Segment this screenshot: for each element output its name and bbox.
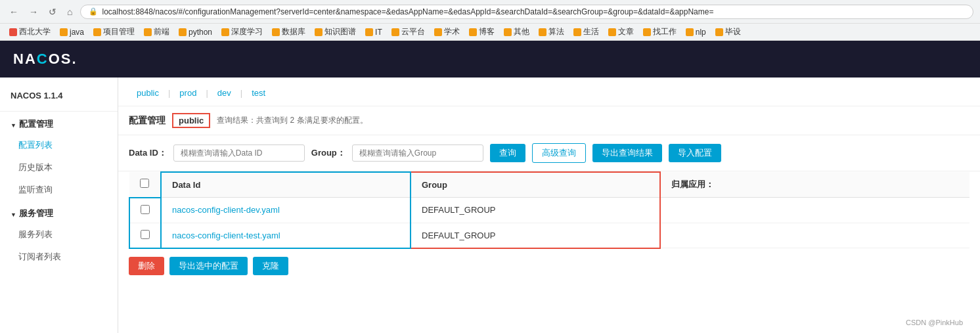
row2-checkbox[interactable] — [141, 230, 150, 239]
delete-button[interactable]: 删除 — [129, 257, 164, 275]
sidebar: NACOS 1.1.4 配置管理 配置列表 历史版本 监听查询 服务管理 服务列… — [0, 78, 118, 333]
bookmark-label: 文章 — [618, 26, 634, 37]
bookmark-algo[interactable]: 算法 — [535, 25, 568, 39]
sidebar-item-config-list[interactable]: 配置列表 — [0, 134, 118, 156]
bookmark-icon — [469, 28, 477, 36]
bookmark-thesis[interactable]: 毕设 — [711, 25, 745, 39]
bookmark-label: 数据库 — [282, 26, 305, 37]
bookmark-academic[interactable]: 学术 — [430, 25, 464, 39]
select-all-checkbox[interactable] — [140, 179, 149, 188]
bookmark-blog[interactable]: 博客 — [465, 25, 499, 39]
clone-button[interactable]: 克隆 — [253, 257, 288, 275]
config-table: Data Id Group 归属应用： — [129, 171, 969, 249]
bookmark-label: 学术 — [444, 26, 460, 37]
group-input[interactable] — [352, 144, 483, 162]
row1-checkbox[interactable] — [141, 205, 150, 214]
bookmark-kg[interactable]: 知识图谱 — [311, 25, 360, 39]
forward-button[interactable]: → — [26, 5, 41, 18]
reload-button[interactable]: ↺ — [46, 5, 59, 18]
row2-checkbox-cell — [129, 223, 161, 248]
bookmark-label: 前端 — [154, 26, 169, 37]
query-button[interactable]: 查询 — [490, 144, 525, 162]
export-selected-button[interactable]: 导出选中的配置 — [169, 257, 248, 275]
bookmark-article[interactable]: 文章 — [604, 25, 638, 39]
bookmark-label: 毕设 — [725, 26, 741, 37]
data-id-input[interactable] — [173, 144, 305, 162]
config-header: 配置管理 public 查询结果：共查询到 2 条满足要求的配置。 — [118, 106, 980, 135]
sidebar-section-config-label: 配置管理 — [19, 118, 53, 130]
bookmark-icon — [221, 28, 229, 36]
sidebar-item-service-list[interactable]: 服务列表 — [0, 223, 118, 246]
ns-tab-test[interactable]: test — [244, 85, 273, 100]
bookmark-dl[interactable]: 深度学习 — [217, 25, 267, 39]
bookmark-label: python — [189, 28, 212, 37]
bookmark-label: java — [70, 28, 84, 37]
sidebar-section-service-label: 服务管理 — [19, 208, 53, 219]
bookmark-frontend[interactable]: 前端 — [140, 25, 173, 39]
browser-bar: ← → ↺ ⌂ 🔒 localhost:8848/nacos/#/configu… — [0, 0, 980, 24]
bookmark-label: 深度学习 — [231, 26, 263, 37]
row1-app — [660, 198, 969, 223]
bookmark-icon — [715, 28, 723, 36]
config-management-title: 配置管理 — [129, 115, 166, 127]
sidebar-item-subscriber-list[interactable]: 订阅者列表 — [0, 246, 118, 268]
bookmark-icon — [60, 28, 68, 36]
bookmark-icon — [643, 28, 651, 36]
bookmark-icon — [144, 28, 152, 36]
col-header-checkbox — [129, 172, 161, 198]
import-config-button[interactable]: 导入配置 — [669, 144, 721, 162]
table-row: nacos-config-client-test.yaml DEFAULT_GR… — [129, 223, 969, 248]
bookmark-icon — [573, 28, 581, 36]
row2-app — [660, 223, 969, 248]
data-id-label: Data ID： — [129, 147, 167, 159]
bookmark-java[interactable]: java — [56, 26, 88, 38]
bookmark-pm[interactable]: 项目管理 — [89, 25, 139, 39]
bookmark-other[interactable]: 其他 — [500, 25, 533, 39]
action-bar: 删除 导出选中的配置 克隆 — [118, 249, 980, 283]
row2-data-id: nacos-config-client-test.yaml — [161, 223, 411, 248]
bookmark-icon — [9, 28, 17, 36]
bookmark-icon — [539, 28, 546, 36]
url-text: localhost:8848/nacos/#/configurationMana… — [102, 7, 713, 16]
nacos-logo: NACOS. — [13, 51, 78, 68]
footer: CSDN @PinkHub — [895, 315, 973, 330]
home-button[interactable]: ⌂ — [64, 5, 75, 18]
bookmark-label: 西北大学 — [19, 26, 51, 37]
export-query-button[interactable]: 导出查询结果 — [592, 144, 662, 162]
sidebar-item-listener[interactable]: 监听查询 — [0, 179, 118, 201]
bookmark-nlp[interactable]: nlp — [682, 26, 710, 38]
bookmarks-bar: 西北大学 java 项目管理 前端 python 深度学习 数据库 知识图谱 I… — [0, 24, 980, 41]
sidebar-item-history[interactable]: 历史版本 — [0, 156, 118, 179]
arrow-down-icon — [11, 120, 16, 129]
bookmark-label: 算法 — [548, 26, 564, 37]
footer-credit: CSDN @PinkHub — [906, 319, 963, 326]
ns-tab-public[interactable]: public — [129, 85, 167, 100]
bookmark-icon — [504, 28, 512, 36]
bookmark-icon — [391, 28, 399, 36]
bookmark-label: IT — [375, 28, 382, 37]
ns-tab-dev[interactable]: dev — [210, 85, 239, 100]
bookmark-label: 博客 — [479, 26, 495, 37]
bookmark-label: 项目管理 — [103, 26, 135, 37]
url-bar[interactable]: 🔒 localhost:8848/nacos/#/configurationMa… — [80, 5, 973, 19]
bookmark-python[interactable]: python — [175, 26, 216, 38]
advanced-query-button[interactable]: 高级查询 — [532, 143, 586, 163]
namespace-tabs: public | prod | dev | test — [118, 78, 980, 106]
config-result-text: 查询结果：共查询到 2 条满足要求的配置。 — [217, 115, 367, 126]
bookmark-db[interactable]: 数据库 — [268, 25, 309, 39]
main-layout: NACOS 1.1.4 配置管理 配置列表 历史版本 监听查询 服务管理 服务列… — [0, 78, 980, 333]
content-area: public | prod | dev | test 配置管理 public 查… — [118, 78, 980, 333]
sidebar-section-config[interactable]: 配置管理 — [0, 112, 118, 134]
bookmark-xibei[interactable]: 西北大学 — [5, 25, 55, 39]
row2-group: DEFAULT_GROUP — [411, 223, 660, 248]
bookmark-icon — [608, 28, 616, 36]
bookmark-job[interactable]: 找工作 — [639, 25, 680, 39]
bookmark-life[interactable]: 生活 — [569, 25, 603, 39]
bookmark-cloud[interactable]: 云平台 — [388, 25, 429, 39]
bookmark-label: 其他 — [514, 26, 529, 37]
ns-tab-prod[interactable]: prod — [171, 85, 204, 100]
sidebar-section-service[interactable]: 服务管理 — [0, 201, 118, 223]
bookmark-it[interactable]: IT — [361, 26, 386, 38]
back-button[interactable]: ← — [7, 5, 21, 18]
lock-icon: 🔒 — [89, 7, 98, 16]
